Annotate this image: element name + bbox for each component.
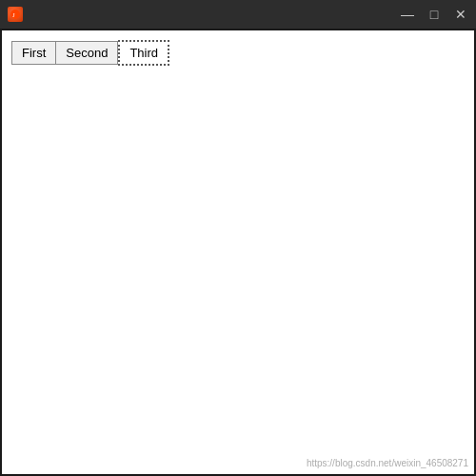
title-bar-controls: — □ ✕ [400,7,468,22]
minimize-button[interactable]: — [400,7,415,22]
watermark: https://blog.csdn.net/weixin_46508271 [307,458,468,468]
main-content-area [11,69,465,465]
window-content: First Second Third [2,30,474,474]
maximize-button[interactable]: □ [426,7,442,22]
app-icon: J [8,7,23,22]
title-bar: J — □ ✕ [0,0,476,29]
title-bar-left: J [8,7,23,22]
toolbar: First Second Third [11,40,169,66]
svg-text:J: J [12,11,15,19]
close-button[interactable]: ✕ [453,7,468,22]
tab-second[interactable]: Second [56,41,118,65]
tab-third[interactable]: Third [118,40,169,66]
tab-first[interactable]: First [11,41,56,65]
